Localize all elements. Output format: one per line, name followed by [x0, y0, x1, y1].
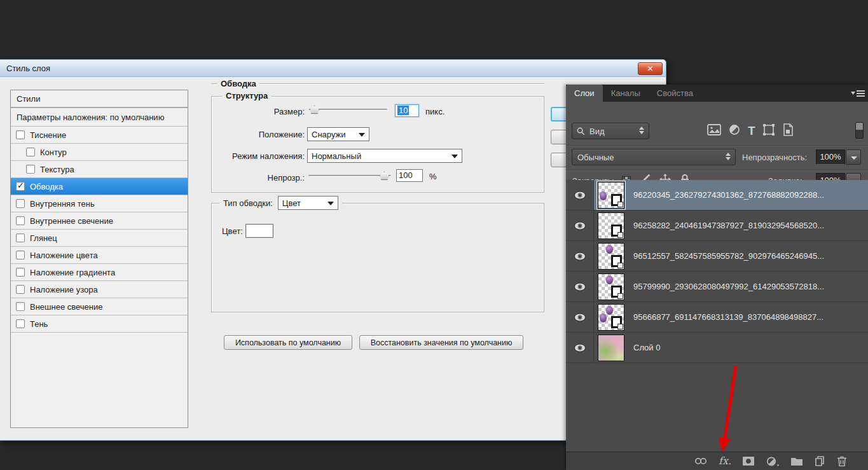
filter-toggle-switch[interactable]: [855, 122, 864, 139]
filter-kind-dropdown[interactable]: Вид: [572, 123, 649, 139]
layer-name[interactable]: 96258282_240461947387927_819032954568520…: [633, 221, 824, 230]
fill-type-dropdown[interactable]: Цвет: [278, 196, 338, 210]
styles-header-label: Стили: [17, 94, 40, 104]
layer-name[interactable]: 95799990_2930628080497992_61429053572818…: [633, 282, 824, 291]
style-item-outer-glow[interactable]: Внешнее свечение: [11, 298, 188, 315]
size-input[interactable]: 10: [395, 104, 419, 117]
reset-default-button[interactable]: Восстановить значения по умолчанию: [359, 335, 523, 350]
checkbox-checked[interactable]: [16, 182, 25, 191]
visibility-eye-icon[interactable]: [566, 241, 594, 271]
style-item-stroke[interactable]: Обводка: [11, 178, 188, 195]
checkbox[interactable]: [26, 148, 35, 156]
blending-options-item[interactable]: Параметры наложения: по умолчанию: [11, 108, 188, 127]
fill-type-legend: Тип обводки: Цвет: [219, 196, 342, 210]
layer-thumbnail[interactable]: [598, 243, 624, 270]
layer-thumbnail[interactable]: [598, 182, 624, 209]
blending-options-label: Параметры наложения: по умолчанию: [17, 113, 164, 122]
style-item-bevel[interactable]: Тиснение: [11, 127, 188, 144]
style-item-inner-shadow[interactable]: Внутренняя тень: [11, 195, 188, 212]
style-item-satin[interactable]: Глянец: [11, 230, 188, 247]
styles-list-header[interactable]: Стили: [11, 90, 188, 108]
color-swatch[interactable]: [245, 224, 273, 238]
search-icon: [576, 127, 586, 136]
filter-pixel-layers-icon[interactable]: [707, 124, 721, 138]
delete-layer-trash-icon[interactable]: [836, 455, 848, 467]
opacity-unit-label: %: [429, 172, 437, 181]
layer-row[interactable]: 96258282_240461947387927_819032954568520…: [566, 211, 868, 241]
style-item-color-overlay[interactable]: Наложение цвета: [11, 247, 188, 264]
layer-row[interactable]: 96220345_236279274301362_872768882092288…: [566, 180, 868, 211]
dialog-title: Стиль слоя: [6, 60, 50, 77]
style-item-drop-shadow[interactable]: Тень: [11, 315, 188, 333]
layer-row[interactable]: Слой 0: [566, 333, 868, 363]
checkbox[interactable]: [16, 319, 25, 328]
style-item-contour[interactable]: Контур: [11, 144, 188, 161]
checkbox[interactable]: [16, 302, 25, 311]
filter-adjustment-layers-icon[interactable]: [728, 123, 741, 139]
style-item-texture[interactable]: Текстура: [11, 161, 188, 178]
opacity-dropdown-arrow[interactable]: [846, 149, 861, 165]
structure-group: Структура Размер: 10 пикс. Положение: Сн…: [211, 96, 544, 193]
position-dropdown[interactable]: Снаружи: [307, 127, 369, 141]
filter-type-layers-icon[interactable]: T: [748, 125, 755, 137]
tab-layers[interactable]: Слои: [566, 85, 603, 102]
layer-row[interactable]: 95799990_2930628080497992_61429053572818…: [566, 272, 868, 302]
visibility-eye-icon[interactable]: [566, 180, 594, 210]
blend-mode-value: Нормальный: [312, 151, 361, 161]
color-label: Цвет:: [222, 226, 244, 236]
checkbox[interactable]: [16, 130, 25, 139]
checkbox[interactable]: [26, 165, 35, 174]
blend-mode-select[interactable]: Обычные: [572, 149, 736, 165]
stroke-section-title: Обводка: [211, 79, 544, 88]
fx-label: fx.: [719, 455, 731, 467]
visibility-eye-icon[interactable]: [566, 272, 594, 301]
checkbox[interactable]: [16, 268, 25, 277]
checkbox[interactable]: [16, 285, 25, 294]
styles-list-empty-area: [11, 333, 188, 426]
opacity-slider[interactable]: [308, 172, 391, 180]
adjustment-layer-icon[interactable]: [766, 456, 780, 467]
slider-thumb[interactable]: [380, 172, 389, 180]
layer-thumbnail[interactable]: [598, 304, 624, 331]
new-layer-icon[interactable]: [814, 455, 825, 467]
tab-properties[interactable]: Свойства: [649, 85, 701, 102]
layer-thumbnail[interactable]: [598, 212, 624, 239]
checkbox[interactable]: [16, 251, 25, 259]
add-layer-mask-icon[interactable]: [742, 456, 755, 466]
slider-thumb[interactable]: [310, 106, 319, 114]
layer-row[interactable]: 96512557_582457585955782_902976465246945…: [566, 241, 868, 272]
checkbox[interactable]: [16, 216, 25, 225]
dialog-titlebar[interactable]: Стиль слоя ✕: [0, 60, 666, 77]
opacity-input[interactable]: 100: [396, 169, 423, 182]
styles-list: Стили Параметры наложения: по умолчанию …: [10, 90, 188, 428]
layer-name[interactable]: 95666877_691147668313139_837064898498827…: [633, 312, 823, 322]
filter-shape-layers-icon[interactable]: [762, 123, 775, 139]
close-icon: ✕: [647, 64, 653, 73]
visibility-eye-icon[interactable]: [566, 302, 594, 332]
style-item-inner-glow[interactable]: Внутреннее свечение: [11, 212, 188, 230]
visibility-eye-icon[interactable]: [566, 333, 594, 363]
checkbox[interactable]: [16, 233, 25, 242]
blend-mode-dropdown[interactable]: Нормальный: [307, 149, 462, 163]
new-group-folder-icon[interactable]: [790, 456, 803, 466]
size-slider[interactable]: [308, 106, 387, 114]
layer-name[interactable]: 96220345_236279274301362_872768882092288…: [633, 190, 824, 200]
filter-smart-objects-icon[interactable]: [782, 123, 794, 139]
link-layers-icon[interactable]: [694, 456, 708, 466]
tab-channels[interactable]: Каналы: [603, 85, 649, 102]
size-value: 10: [397, 106, 409, 115]
layer-thumbnail[interactable]: [598, 273, 624, 300]
layer-row[interactable]: 95666877_691147668313139_837064898498827…: [566, 302, 868, 333]
layer-style-fx-icon[interactable]: fx.: [719, 455, 731, 467]
panel-opacity-value[interactable]: 100%: [816, 149, 845, 165]
layer-name[interactable]: Слой 0: [633, 343, 660, 352]
style-item-gradient-overlay[interactable]: Наложение градиента: [11, 264, 188, 281]
style-item-pattern-overlay[interactable]: Наложение узора: [11, 281, 188, 298]
layer-thumbnail[interactable]: [598, 335, 624, 361]
panel-menu-icon[interactable]: [851, 89, 865, 100]
use-default-button[interactable]: Использовать по умолчанию: [224, 335, 352, 350]
close-button[interactable]: ✕: [638, 62, 663, 75]
checkbox[interactable]: [16, 199, 25, 208]
visibility-eye-icon[interactable]: [566, 211, 594, 240]
layer-name[interactable]: 96512557_582457585955782_902976465246945…: [633, 251, 824, 261]
